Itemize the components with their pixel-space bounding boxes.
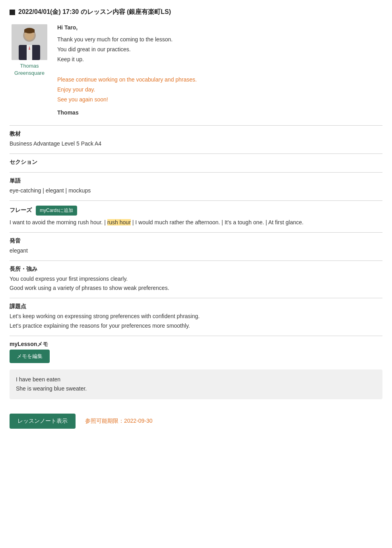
kyozai-value: Business Advantage Level 5 Pack A4: [10, 139, 382, 149]
phrase-header: フレーズ myCardsに追加: [10, 206, 382, 216]
section-section: セクション: [10, 154, 382, 172]
message-greeting: Hi Taro,: [57, 24, 382, 31]
phrase-highlight: rush hour: [107, 219, 131, 225]
hatsuon-section: 発音 elegant: [10, 232, 382, 260]
lesson-note-button[interactable]: レッスンノート表示: [10, 414, 76, 429]
phrase-label: フレーズ: [10, 207, 32, 214]
memo-edit-button[interactable]: メモを編集: [10, 350, 50, 363]
challenge-label: 課題点: [10, 303, 382, 310]
page-title: 2022/04/01(金) 17:30 のレッスン内容 (銀座有楽町LS): [10, 8, 382, 16]
teacher-name: Thomas Greensquare: [14, 62, 45, 77]
svg-rect-7: [24, 29, 35, 33]
memo-label: myLessonメモ: [10, 341, 382, 348]
strength-section: 長所・強み You could express your first impre…: [10, 260, 382, 298]
expiry-text: 参照可能期限：2022-09-30: [85, 418, 153, 425]
strength-value: You could express your first impressions…: [10, 274, 382, 293]
mycards-button[interactable]: myCardsに追加: [36, 206, 77, 216]
memo-section: myLessonメモ メモを編集 I have been eaten She i…: [10, 336, 382, 404]
strength-label: 長所・強み: [10, 266, 382, 273]
hatsuon-label: 発音: [10, 237, 382, 245]
message-block: Hi Taro, Thank you very much for coming …: [57, 24, 382, 116]
challenge-section: 課題点 Let's keep working on expressing str…: [10, 298, 382, 336]
avatar: [12, 24, 47, 60]
message-body: Thank you very much for coming to the le…: [57, 35, 382, 105]
kyozai-label: 教材: [10, 130, 382, 138]
tango-value: eye-catching | elegant | mockups: [10, 186, 382, 196]
challenge-value: Let's keep working on expressing strong …: [10, 312, 382, 331]
footer-bar: レッスンノート表示 参照可能期限：2022-09-30: [10, 414, 382, 429]
phrase-section: フレーズ myCardsに追加 I want to avoid the morn…: [10, 200, 382, 232]
tango-section: 単語 eye-catching | elegant | mockups: [10, 172, 382, 200]
kyozai-section: 教材 Business Advantage Level 5 Pack A4: [10, 125, 382, 154]
tango-label: 単語: [10, 177, 382, 185]
section-label: セクション: [10, 159, 382, 166]
teacher-message-section: Thomas Greensquare Hi Taro, Thank you ve…: [10, 24, 382, 116]
memo-box: I have been eaten She is wearing blue sw…: [10, 369, 382, 400]
hatsuon-value: elegant: [10, 246, 382, 256]
title-icon: [10, 10, 15, 15]
phrase-value: I want to avoid the morning rush hour. |…: [10, 218, 382, 227]
teacher-photo-block: Thomas Greensquare: [10, 24, 49, 116]
message-signature: Thomas: [57, 109, 382, 116]
